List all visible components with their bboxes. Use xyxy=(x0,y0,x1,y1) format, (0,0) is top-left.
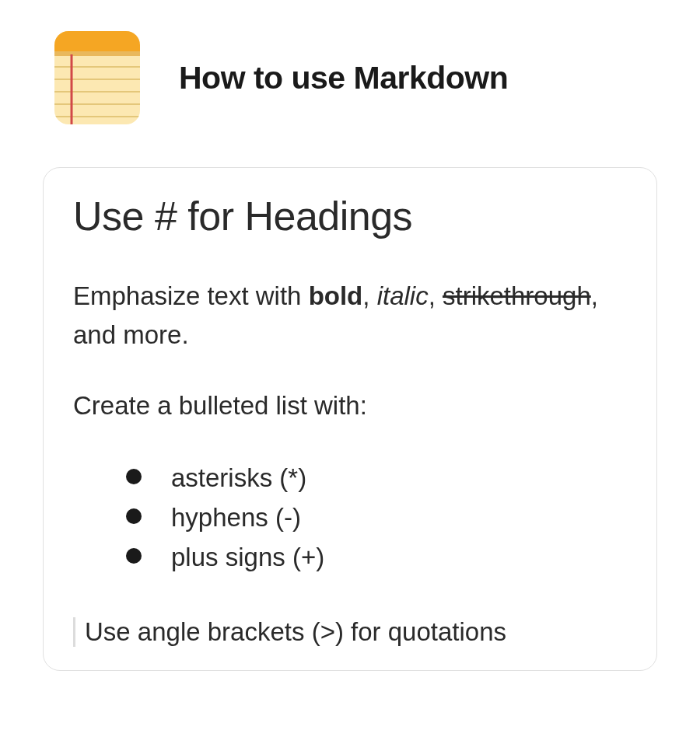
list-intro: Create a bulleted list with: xyxy=(73,391,627,421)
markdown-card: Use # for Headings Emphasize text with b… xyxy=(43,167,657,671)
notepad-icon xyxy=(54,31,140,124)
list-item: asterisks (*) xyxy=(126,458,627,498)
italic-example: italic xyxy=(377,281,429,310)
emphasis-text: Emphasize text with bold, italic, strike… xyxy=(73,277,627,354)
emphasis-sep2: , xyxy=(429,281,443,310)
list-item: plus signs (+) xyxy=(126,537,627,577)
blockquote-example: Use angle brackets (>) for quotations xyxy=(73,617,627,647)
strikethrough-example: strikethrough xyxy=(443,281,591,310)
card-heading: Use # for Headings xyxy=(73,193,627,239)
bold-example: bold xyxy=(309,281,363,310)
bullet-list: asterisks (*) hyphens (-) plus signs (+) xyxy=(126,458,627,577)
page-title: How to use Markdown xyxy=(179,60,508,96)
svg-rect-2 xyxy=(54,31,140,51)
emphasis-prefix: Emphasize text with xyxy=(73,281,309,310)
page-header: How to use Markdown xyxy=(43,31,657,124)
emphasis-sep1: , xyxy=(362,281,376,310)
list-item: hyphens (-) xyxy=(126,498,627,537)
svg-rect-3 xyxy=(54,51,140,56)
